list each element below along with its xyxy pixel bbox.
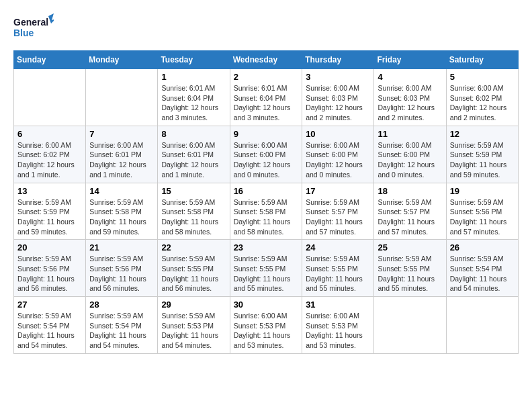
day-number: 24 <box>306 242 370 253</box>
page-header: General Blue <box>13 13 519 44</box>
calendar-cell: 25Sunrise: 5:59 AM Sunset: 5:55 PM Dayli… <box>374 240 446 297</box>
day-info: Sunrise: 5:59 AM Sunset: 5:58 PM Dayligh… <box>89 197 154 237</box>
day-number: 21 <box>89 242 154 253</box>
calendar-table: SundayMondayTuesdayWednesdayThursdayFrid… <box>13 50 519 354</box>
calendar-cell: 2Sunrise: 6:01 AM Sunset: 6:04 PM Daylig… <box>230 69 302 126</box>
col-header-thursday: Thursday <box>302 51 374 69</box>
svg-marker-2 <box>48 13 54 24</box>
calendar-cell: 18Sunrise: 5:59 AM Sunset: 5:57 PM Dayli… <box>374 183 446 240</box>
day-info: Sunrise: 5:59 AM Sunset: 5:56 PM Dayligh… <box>450 197 515 237</box>
calendar-cell: 4Sunrise: 6:00 AM Sunset: 6:03 PM Daylig… <box>374 69 446 126</box>
calendar-cell: 5Sunrise: 6:00 AM Sunset: 6:02 PM Daylig… <box>446 69 518 126</box>
calendar-header-row: SundayMondayTuesdayWednesdayThursdayFrid… <box>14 51 519 69</box>
day-info: Sunrise: 5:59 AM Sunset: 5:55 PM Dayligh… <box>306 254 370 293</box>
day-number: 31 <box>306 300 370 310</box>
calendar-cell: 19Sunrise: 5:59 AM Sunset: 5:56 PM Dayli… <box>446 183 518 240</box>
day-info: Sunrise: 6:00 AM Sunset: 6:03 PM Dayligh… <box>306 83 370 123</box>
day-info: Sunrise: 6:01 AM Sunset: 6:04 PM Dayligh… <box>234 83 299 123</box>
calendar-cell: 14Sunrise: 5:59 AM Sunset: 5:58 PM Dayli… <box>86 183 158 240</box>
day-info: Sunrise: 6:01 AM Sunset: 6:04 PM Dayligh… <box>161 83 226 123</box>
calendar-cell: 21Sunrise: 5:59 AM Sunset: 5:56 PM Dayli… <box>86 240 158 297</box>
day-info: Sunrise: 5:59 AM Sunset: 5:58 PM Dayligh… <box>161 197 226 237</box>
day-info: Sunrise: 5:59 AM Sunset: 5:55 PM Dayligh… <box>161 254 226 293</box>
calendar-cell: 13Sunrise: 5:59 AM Sunset: 5:59 PM Dayli… <box>14 183 86 240</box>
col-header-wednesday: Wednesday <box>230 51 302 69</box>
day-number: 19 <box>450 186 515 196</box>
day-number: 22 <box>161 242 226 253</box>
calendar-cell <box>446 297 518 354</box>
calendar-cell: 15Sunrise: 5:59 AM Sunset: 5:58 PM Dayli… <box>158 183 230 240</box>
day-number: 10 <box>306 129 370 139</box>
calendar-cell: 7Sunrise: 6:00 AM Sunset: 6:01 PM Daylig… <box>86 126 158 183</box>
day-number: 15 <box>161 186 226 196</box>
col-header-saturday: Saturday <box>446 51 518 69</box>
day-number: 25 <box>378 242 442 253</box>
calendar-cell: 28Sunrise: 5:59 AM Sunset: 5:54 PM Dayli… <box>86 297 158 354</box>
day-info: Sunrise: 5:59 AM Sunset: 5:56 PM Dayligh… <box>89 254 154 293</box>
day-info: Sunrise: 6:00 AM Sunset: 6:03 PM Dayligh… <box>378 83 442 123</box>
day-info: Sunrise: 5:59 AM Sunset: 5:53 PM Dayligh… <box>161 311 226 351</box>
calendar-cell: 11Sunrise: 6:00 AM Sunset: 6:00 PM Dayli… <box>374 126 446 183</box>
day-info: Sunrise: 6:00 AM Sunset: 6:02 PM Dayligh… <box>17 140 82 180</box>
logo-svg: General Blue <box>13 13 54 44</box>
day-number: 23 <box>234 242 299 253</box>
calendar-week-row: 13Sunrise: 5:59 AM Sunset: 5:59 PM Dayli… <box>14 183 519 240</box>
calendar-cell: 17Sunrise: 5:59 AM Sunset: 5:57 PM Dayli… <box>302 183 374 240</box>
day-info: Sunrise: 6:00 AM Sunset: 6:02 PM Dayligh… <box>450 83 515 123</box>
day-number: 4 <box>378 72 442 82</box>
day-info: Sunrise: 5:59 AM Sunset: 5:59 PM Dayligh… <box>450 140 515 180</box>
day-info: Sunrise: 5:59 AM Sunset: 5:56 PM Dayligh… <box>17 254 82 293</box>
day-number: 6 <box>17 129 82 139</box>
calendar-cell: 27Sunrise: 5:59 AM Sunset: 5:54 PM Dayli… <box>14 297 86 354</box>
svg-text:General: General <box>13 17 48 28</box>
calendar-cell: 23Sunrise: 5:59 AM Sunset: 5:55 PM Dayli… <box>230 240 302 297</box>
day-number: 3 <box>306 72 370 82</box>
day-number: 2 <box>234 72 299 82</box>
svg-text:Blue: Blue <box>13 28 34 38</box>
day-info: Sunrise: 6:00 AM Sunset: 6:01 PM Dayligh… <box>89 140 154 180</box>
day-info: Sunrise: 5:59 AM Sunset: 5:58 PM Dayligh… <box>234 197 299 237</box>
calendar-week-row: 6Sunrise: 6:00 AM Sunset: 6:02 PM Daylig… <box>14 126 519 183</box>
day-number: 1 <box>161 72 226 82</box>
day-number: 30 <box>234 300 299 310</box>
calendar-cell: 26Sunrise: 5:59 AM Sunset: 5:54 PM Dayli… <box>446 240 518 297</box>
day-info: Sunrise: 6:00 AM Sunset: 5:53 PM Dayligh… <box>306 311 370 351</box>
day-number: 17 <box>306 186 370 196</box>
logo: General Blue <box>13 13 54 44</box>
col-header-tuesday: Tuesday <box>158 51 230 69</box>
day-number: 7 <box>89 129 154 139</box>
day-info: Sunrise: 5:59 AM Sunset: 5:57 PM Dayligh… <box>378 197 442 237</box>
day-number: 20 <box>17 242 82 253</box>
calendar-cell: 1Sunrise: 6:01 AM Sunset: 6:04 PM Daylig… <box>158 69 230 126</box>
day-number: 12 <box>450 129 515 139</box>
day-info: Sunrise: 5:59 AM Sunset: 5:54 PM Dayligh… <box>17 311 82 351</box>
day-number: 26 <box>450 242 515 253</box>
calendar-cell: 31Sunrise: 6:00 AM Sunset: 5:53 PM Dayli… <box>302 297 374 354</box>
day-number: 27 <box>17 300 82 310</box>
calendar-cell: 24Sunrise: 5:59 AM Sunset: 5:55 PM Dayli… <box>302 240 374 297</box>
day-info: Sunrise: 6:00 AM Sunset: 5:53 PM Dayligh… <box>234 311 299 351</box>
day-number: 18 <box>378 186 442 196</box>
day-number: 9 <box>234 129 299 139</box>
day-number: 13 <box>17 186 82 196</box>
day-info: Sunrise: 6:00 AM Sunset: 6:00 PM Dayligh… <box>378 140 442 180</box>
day-number: 11 <box>378 129 442 139</box>
day-number: 14 <box>89 186 154 196</box>
calendar-cell: 10Sunrise: 6:00 AM Sunset: 6:00 PM Dayli… <box>302 126 374 183</box>
day-info: Sunrise: 5:59 AM Sunset: 5:55 PM Dayligh… <box>378 254 442 293</box>
calendar-week-row: 27Sunrise: 5:59 AM Sunset: 5:54 PM Dayli… <box>14 297 519 354</box>
day-info: Sunrise: 5:59 AM Sunset: 5:55 PM Dayligh… <box>234 254 299 293</box>
day-info: Sunrise: 5:59 AM Sunset: 5:54 PM Dayligh… <box>89 311 154 351</box>
calendar-cell: 16Sunrise: 5:59 AM Sunset: 5:58 PM Dayli… <box>230 183 302 240</box>
calendar-cell: 20Sunrise: 5:59 AM Sunset: 5:56 PM Dayli… <box>14 240 86 297</box>
col-header-friday: Friday <box>374 51 446 69</box>
day-info: Sunrise: 6:00 AM Sunset: 6:00 PM Dayligh… <box>234 140 299 180</box>
calendar-cell: 6Sunrise: 6:00 AM Sunset: 6:02 PM Daylig… <box>14 126 86 183</box>
calendar-cell: 30Sunrise: 6:00 AM Sunset: 5:53 PM Dayli… <box>230 297 302 354</box>
day-info: Sunrise: 5:59 AM Sunset: 5:59 PM Dayligh… <box>17 197 82 237</box>
calendar-cell: 8Sunrise: 6:00 AM Sunset: 6:01 PM Daylig… <box>158 126 230 183</box>
calendar-cell <box>374 297 446 354</box>
col-header-monday: Monday <box>86 51 158 69</box>
day-info: Sunrise: 5:59 AM Sunset: 5:54 PM Dayligh… <box>450 254 515 293</box>
calendar-week-row: 20Sunrise: 5:59 AM Sunset: 5:56 PM Dayli… <box>14 240 519 297</box>
